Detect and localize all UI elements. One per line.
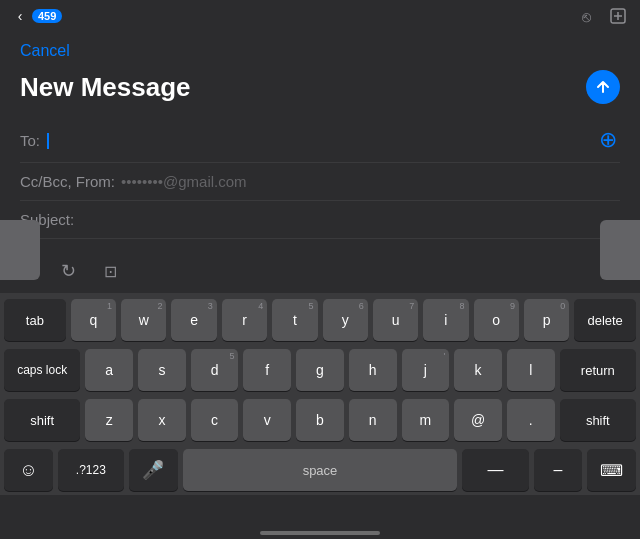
key-row-3: shift z x c v b n m @ . shift bbox=[4, 399, 636, 441]
numbers-key[interactable]: .?123 bbox=[58, 449, 124, 491]
key-n[interactable]: n bbox=[349, 399, 397, 441]
keys-area: tab 1q 2w 3e 4r 5t 6y 7u 8i 9o 0p delete… bbox=[0, 293, 640, 495]
top-bar: ‹ 459 ⎋ bbox=[0, 0, 640, 32]
key-k[interactable]: k bbox=[454, 349, 502, 391]
top-bar-icons: ⎋ bbox=[576, 6, 628, 26]
key-c[interactable]: c bbox=[191, 399, 239, 441]
home-indicator bbox=[260, 531, 380, 535]
key-p[interactable]: 0p bbox=[524, 299, 569, 341]
key-t[interactable]: 5t bbox=[272, 299, 317, 341]
delete-key[interactable]: delete bbox=[574, 299, 636, 341]
key-m[interactable]: m bbox=[402, 399, 450, 441]
caps-lock-key[interactable]: caps lock bbox=[4, 349, 80, 391]
keyboard: ↺ ↻ ⊡ tab 1q 2w 3e 4r 5t 6y 7u 8i 9o 0p … bbox=[0, 249, 640, 539]
subject-field-row: Subject: bbox=[20, 201, 620, 239]
key-f[interactable]: f bbox=[243, 349, 291, 391]
add-recipient-button[interactable]: ⊕ bbox=[596, 128, 620, 152]
key-q[interactable]: 1q bbox=[71, 299, 116, 341]
space-key[interactable]: space bbox=[183, 449, 458, 491]
compose-panel: Cancel New Message To: ⊕ Cc/Bcc, From: •… bbox=[0, 32, 640, 239]
key-d[interactable]: 5d bbox=[191, 349, 239, 391]
share-icon[interactable]: ⎋ bbox=[576, 6, 596, 26]
key-i[interactable]: 8i bbox=[423, 299, 468, 341]
to-field-row: To: ⊕ bbox=[20, 118, 620, 163]
redo-button[interactable]: ↻ bbox=[54, 257, 82, 285]
key-u[interactable]: 7u bbox=[373, 299, 418, 341]
emoji-key[interactable]: ☺ bbox=[4, 449, 53, 491]
to-input[interactable] bbox=[46, 131, 588, 149]
key-e[interactable]: 3e bbox=[171, 299, 216, 341]
ccbcc-field-row: Cc/Bcc, From: ••••••••@gmail.com bbox=[20, 163, 620, 201]
right-shift-key[interactable]: shift bbox=[560, 399, 636, 441]
right-handle bbox=[600, 220, 640, 280]
compose-icon[interactable] bbox=[608, 6, 628, 26]
key-h[interactable]: h bbox=[349, 349, 397, 391]
left-handle bbox=[0, 220, 40, 280]
key-a[interactable]: a bbox=[85, 349, 133, 391]
key-j[interactable]: 'j bbox=[402, 349, 450, 391]
key-l[interactable]: l bbox=[507, 349, 555, 391]
keyboard-icon-key[interactable]: ⌨ bbox=[587, 449, 636, 491]
key-o[interactable]: 9o bbox=[474, 299, 519, 341]
key-b[interactable]: b bbox=[296, 399, 344, 441]
clipboard-button[interactable]: ⊡ bbox=[96, 257, 124, 285]
return-key[interactable]: return bbox=[560, 349, 636, 391]
badge-count: 459 bbox=[32, 9, 62, 23]
compose-header: New Message bbox=[20, 64, 620, 118]
cursor bbox=[47, 133, 49, 149]
en-dash-key[interactable]: – bbox=[534, 449, 583, 491]
key-z[interactable]: z bbox=[85, 399, 133, 441]
send-button[interactable] bbox=[586, 70, 620, 104]
back-chevron-icon: ‹ bbox=[12, 8, 28, 24]
compose-title: New Message bbox=[20, 72, 191, 103]
key-x[interactable]: x bbox=[138, 399, 186, 441]
key-row-1: tab 1q 2w 3e 4r 5t 6y 7u 8i 9o 0p delete bbox=[4, 299, 636, 341]
to-label: To: bbox=[20, 132, 40, 149]
key-v[interactable]: v bbox=[243, 399, 291, 441]
key-r[interactable]: 4r bbox=[222, 299, 267, 341]
microphone-key[interactable]: 🎤 bbox=[129, 449, 178, 491]
keyboard-toolbar: ↺ ↻ ⊡ bbox=[0, 249, 640, 293]
key-row-2: caps lock a s 5d f g h 'j k l return bbox=[4, 349, 636, 391]
em-dash-key[interactable]: — bbox=[462, 449, 528, 491]
back-button[interactable]: ‹ 459 bbox=[12, 8, 62, 24]
tab-key[interactable]: tab bbox=[4, 299, 66, 341]
key-g[interactable]: g bbox=[296, 349, 344, 391]
left-shift-key[interactable]: shift bbox=[4, 399, 80, 441]
cancel-row: Cancel bbox=[20, 32, 620, 64]
key-y[interactable]: 6y bbox=[323, 299, 368, 341]
key-w[interactable]: 2w bbox=[121, 299, 166, 341]
key-row-4: ☺ .?123 🎤 space — – ⌨ bbox=[4, 449, 636, 491]
ccbcc-label: Cc/Bcc, From: bbox=[20, 173, 115, 190]
key-period[interactable]: . bbox=[507, 399, 555, 441]
from-email[interactable]: ••••••••@gmail.com bbox=[121, 173, 620, 190]
key-at[interactable]: @ bbox=[454, 399, 502, 441]
key-s[interactable]: s bbox=[138, 349, 186, 391]
cancel-button[interactable]: Cancel bbox=[20, 42, 70, 60]
